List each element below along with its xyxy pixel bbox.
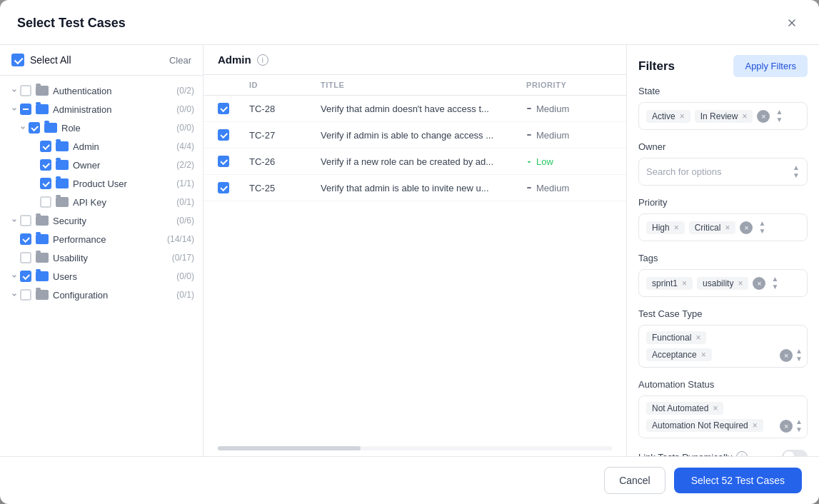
- table-row[interactable]: TC-25 Verify that admin is able to invit…: [204, 175, 626, 201]
- table-row[interactable]: TC-28 Verify that admin doesn't have acc…: [204, 96, 626, 122]
- select-all-checkbox[interactable]: [11, 54, 24, 66]
- chevron-icon[interactable]: [9, 104, 20, 115]
- tree-checkbox[interactable]: [40, 159, 51, 171]
- tag-remove-high[interactable]: ×: [674, 223, 679, 233]
- priority-chevron-up[interactable]: ▲: [758, 220, 765, 227]
- filter-section-priority: Priority High × Critical × × ▲: [638, 197, 808, 241]
- row-id: TC-26: [249, 156, 321, 167]
- tag-remove-acceptance[interactable]: ×: [701, 350, 706, 360]
- tree-checkbox[interactable]: [40, 178, 51, 189]
- row-checkbox[interactable]: [218, 103, 229, 114]
- row-checkbox[interactable]: [218, 156, 229, 167]
- tag-remove-functional[interactable]: ×: [695, 333, 700, 343]
- tree-item-users[interactable]: Users (0/0): [0, 267, 203, 286]
- tag-remove-not-automated[interactable]: ×: [713, 403, 718, 413]
- tag-remove-usability[interactable]: ×: [738, 278, 743, 288]
- modal-footer: Cancel Select 52 Test Cases: [0, 456, 819, 504]
- table-body: TC-28 Verify that admin doesn't have acc…: [204, 96, 626, 440]
- tree-item-administration[interactable]: Administration (0/0): [0, 100, 203, 119]
- item-count: (0/0): [176, 104, 194, 114]
- tree-item-admin[interactable]: Admin (4/4): [0, 137, 203, 156]
- chevron-icon[interactable]: [17, 122, 29, 133]
- test-case-type-container: Functional × Acceptance × ×: [638, 325, 808, 368]
- automation-status-clear-button[interactable]: ×: [780, 420, 793, 433]
- tree-item-performance[interactable]: Performance (14/14): [0, 230, 203, 248]
- info-icon[interactable]: i: [257, 54, 268, 66]
- test-case-type-clear-button[interactable]: ×: [780, 349, 793, 362]
- state-clear-button[interactable]: ×: [757, 110, 770, 123]
- row-checkbox[interactable]: [218, 129, 229, 141]
- tag-functional: Functional ×: [646, 331, 706, 344]
- tree-checkbox[interactable]: [20, 233, 31, 245]
- item-count: (0/17): [172, 253, 194, 263]
- tree-item-role[interactable]: Role (0/0): [0, 119, 203, 137]
- tree-checkbox[interactable]: [20, 215, 31, 226]
- state-tag-in-review: In Review ×: [695, 110, 753, 123]
- chevron-icon[interactable]: [9, 215, 20, 226]
- filters-header: Filters Apply Filters: [627, 45, 819, 86]
- tree-checkbox[interactable]: [40, 196, 51, 208]
- toggle-knob: [783, 451, 795, 456]
- tree-checkbox[interactable]: [20, 104, 31, 115]
- tree-checkbox[interactable]: [20, 85, 31, 96]
- tag-not-automated: Not Automated ×: [646, 402, 723, 415]
- automation-status-chevron-up[interactable]: ▲: [795, 418, 803, 425]
- folder-icon: [36, 234, 49, 244]
- col-header-check: [218, 81, 249, 89]
- automation-status-chevron-down[interactable]: ▼: [795, 426, 803, 433]
- table-row[interactable]: TC-26 Verify if a new role can be create…: [204, 148, 626, 175]
- priority-badge: Medium: [526, 130, 612, 141]
- link-tests-toggle[interactable]: [782, 450, 808, 456]
- clear-link[interactable]: Clear: [169, 55, 191, 66]
- cancel-button[interactable]: Cancel: [604, 467, 665, 494]
- filter-label-state: State: [638, 86, 808, 96]
- priority-icon: [526, 185, 532, 191]
- owner-tags-container[interactable]: Search for options ▲ ▼: [638, 158, 808, 186]
- priority-chevron-down[interactable]: ▼: [758, 228, 765, 235]
- row-title: Verify if admin is able to change access…: [321, 130, 526, 141]
- chevron-icon[interactable]: [9, 85, 20, 96]
- tag-label: Acceptance: [652, 350, 697, 360]
- tag-remove-critical[interactable]: ×: [725, 223, 730, 233]
- left-panel: Select All Clear Authentication (0/2): [0, 45, 204, 456]
- apply-filters-button[interactable]: Apply Filters: [733, 55, 808, 77]
- test-case-type-chevron-down[interactable]: ▼: [795, 356, 803, 363]
- owner-chevron-down[interactable]: ▼: [793, 172, 800, 179]
- tags-clear-button[interactable]: ×: [753, 277, 765, 290]
- state-chevron-down[interactable]: ▼: [775, 116, 783, 124]
- tag-usability: usability ×: [697, 277, 748, 290]
- tree-checkbox[interactable]: [20, 252, 31, 263]
- scrollbar-thumb[interactable]: [218, 446, 361, 450]
- row-checkbox[interactable]: [218, 182, 229, 193]
- test-case-type-chevron-up[interactable]: ▲: [795, 348, 803, 355]
- tree-item-usability[interactable]: Usability (0/17): [0, 248, 203, 267]
- automation-status-row2: Automation Not Required ×: [646, 419, 785, 432]
- tree-item-owner[interactable]: Owner (2/2): [0, 156, 203, 174]
- tags-chevron-down[interactable]: ▼: [771, 283, 778, 291]
- tree-checkbox[interactable]: [40, 141, 51, 152]
- tree-checkbox[interactable]: [20, 289, 31, 301]
- tree-item-api-key[interactable]: API Key (0/1): [0, 193, 203, 211]
- tags-chevron-up[interactable]: ▲: [771, 276, 778, 283]
- tree-item-configuration[interactable]: Configuration (0/1): [0, 286, 203, 304]
- owner-chevron-up[interactable]: ▲: [793, 164, 800, 171]
- link-tests-info-icon[interactable]: i: [736, 451, 748, 456]
- tag-remove-sprint1[interactable]: ×: [682, 278, 687, 288]
- tag-remove-active[interactable]: ×: [680, 111, 685, 121]
- tree-item-authentication[interactable]: Authentication (0/2): [0, 81, 203, 100]
- priority-clear-button[interactable]: ×: [740, 221, 753, 234]
- close-button[interactable]: [782, 13, 802, 33]
- table-row[interactable]: TC-27 Verify if admin is able to change …: [204, 122, 626, 148]
- tree-checkbox[interactable]: [29, 122, 40, 133]
- tag-remove-automation-not-required[interactable]: ×: [753, 420, 758, 430]
- chevron-icon[interactable]: [9, 271, 20, 282]
- tag-remove-in-review[interactable]: ×: [742, 111, 747, 121]
- tree-item-security[interactable]: Security (0/6): [0, 211, 203, 230]
- state-chevron-up[interactable]: ▲: [775, 109, 783, 116]
- tag-label: sprint1: [652, 278, 678, 288]
- tree-checkbox[interactable]: [20, 271, 31, 282]
- tree-item-product-user[interactable]: Product User (1/1): [0, 174, 203, 193]
- select-test-cases-button[interactable]: Select 52 Test Cases: [674, 468, 802, 493]
- link-tests-row: Link Tests Dynamically i: [638, 450, 808, 456]
- chevron-icon[interactable]: [9, 289, 20, 301]
